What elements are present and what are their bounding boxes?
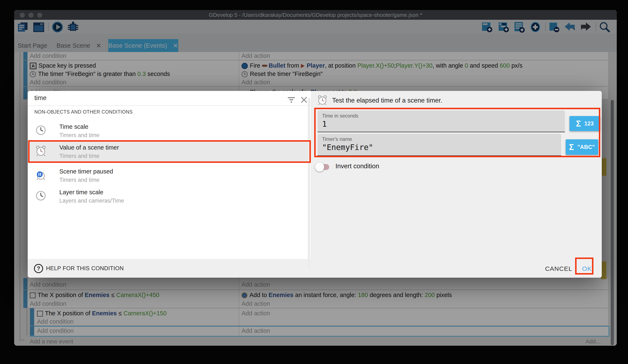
- clock-icon: [35, 124, 46, 137]
- invert-condition-toggle[interactable]: [316, 164, 329, 170]
- divider: [28, 106, 311, 106]
- condition-description: Test the elapsed time of a scene timer.: [332, 97, 442, 104]
- annotation-ok-button: [575, 257, 593, 275]
- list-scrollbar[interactable]: [308, 98, 311, 268]
- list-item-time-scale[interactable]: Time scale Timers and time: [28, 120, 308, 141]
- section-header: NON-OBJECTS AND OTHER CONDITIONS: [34, 109, 133, 115]
- panel-divider: [311, 91, 312, 259]
- annotation-parameter-fields: [314, 108, 600, 157]
- annotation-selected-condition: [28, 140, 311, 163]
- help-icon[interactable]: ?: [34, 264, 43, 273]
- toggle-thumb[interactable]: [315, 162, 324, 172]
- screen: GDevelop 5 - /Users/dkarakay/Documents/G…: [0, 0, 628, 364]
- pause-timer-icon: [35, 169, 46, 181]
- filter-icon[interactable]: [287, 96, 296, 105]
- list-item-scene-timer-paused[interactable]: Scene timer paused Timers and time: [28, 165, 308, 185]
- invert-condition-label: Invert condition: [335, 162, 379, 170]
- close-icon[interactable]: [300, 95, 308, 105]
- help-link[interactable]: HELP FOR THIS CONDITION: [46, 265, 124, 272]
- alarm-clock-icon: [317, 95, 327, 106]
- footer-row: ? HELP FOR THIS CONDITION CANCEL OK: [28, 259, 602, 278]
- search-input[interactable]: time: [34, 94, 47, 102]
- cancel-button[interactable]: CANCEL: [542, 265, 575, 272]
- condition-picker-dialog: time NON-OBJECTS AND OTHER CONDITIONS Ti…: [28, 91, 602, 278]
- list-item-layer-time-scale[interactable]: Layer time scale Layers and cameras/Time: [28, 185, 308, 206]
- clock-icon: [35, 190, 46, 202]
